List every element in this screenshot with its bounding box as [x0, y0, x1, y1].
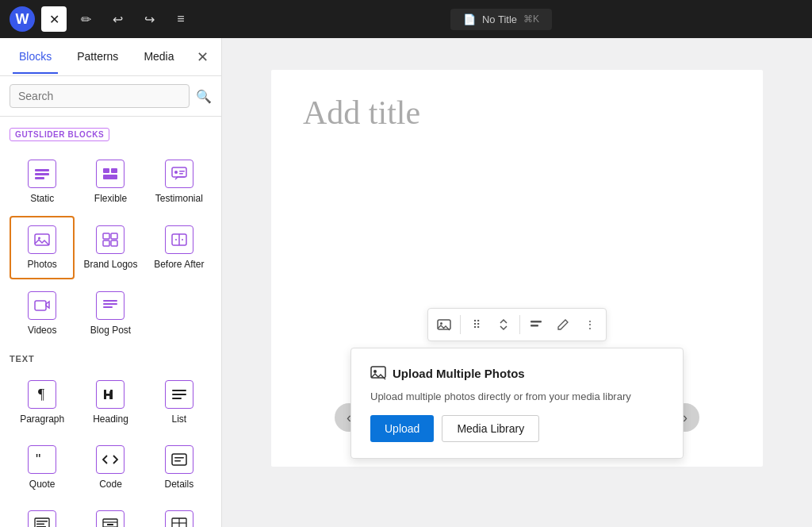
svg-rect-4: [111, 168, 117, 173]
block-item-quote[interactable]: " Quote: [10, 437, 75, 498]
move-up-down-button[interactable]: [491, 312, 516, 337]
svg-rect-20: [103, 303, 117, 305]
block-item-heading[interactable]: H Heading: [78, 371, 143, 433]
tab-blocks[interactable]: Blocks: [13, 40, 58, 74]
content-area: Add title ⠿: [222, 38, 812, 527]
block-label-blog-post: Blog Post: [90, 325, 131, 336]
svg-point-11: [38, 237, 40, 240]
svg-rect-38: [103, 519, 117, 527]
block-label-quote: Quote: [29, 479, 56, 490]
gutslider-label: GUTSLIDER BLOCKS: [10, 128, 109, 141]
svg-point-46: [440, 322, 442, 325]
photos-icon: [28, 225, 56, 254]
shortcut-hint: ⌘K: [523, 13, 539, 25]
toolbar-divider-1: [460, 315, 461, 334]
before-after-icon: [165, 225, 193, 254]
svg-rect-5: [103, 175, 117, 179]
svg-rect-15: [111, 240, 117, 246]
block-label-photos: Photos: [27, 259, 56, 270]
svg-rect-14: [103, 240, 109, 246]
block-item-flexible[interactable]: Flexible: [78, 151, 143, 213]
block-toolbar: ⠿ ⋮: [427, 308, 607, 341]
block-item-details[interactable]: Details: [147, 437, 212, 498]
block-item-paragraph[interactable]: ¶ Paragraph: [10, 371, 75, 433]
align-button[interactable]: [523, 312, 549, 337]
block-label-testimonial: Testimonial: [155, 193, 203, 204]
paragraph-icon: ¶: [28, 380, 56, 409]
block-item-list[interactable]: List: [147, 371, 212, 433]
no-title-button[interactable]: 📄 No Title ⌘K: [450, 9, 552, 30]
svg-point-50: [373, 370, 377, 373]
close-inserter-button[interactable]: ✕: [41, 6, 67, 32]
flexible-icon: [96, 160, 124, 188]
svg-point-7: [174, 171, 178, 174]
toolbar-divider-2: [519, 315, 520, 334]
table-icon: [165, 510, 193, 527]
brand-logos-icon: [96, 225, 124, 254]
videos-icon: [28, 291, 56, 320]
search-input[interactable]: [10, 84, 190, 108]
static-icon: [28, 160, 56, 188]
svg-rect-31: [172, 454, 186, 465]
add-title-placeholder[interactable]: Add title: [271, 70, 763, 148]
svg-rect-27: [172, 390, 186, 391]
svg-text:": ": [36, 452, 40, 467]
block-item-table[interactable]: Table: [147, 502, 212, 527]
svg-rect-19: [103, 300, 117, 302]
svg-rect-9: [179, 173, 183, 175]
block-item-preformatted[interactable]: Preformatted: [10, 502, 75, 527]
quote-icon: ": [28, 445, 56, 474]
block-label-heading: Heading: [93, 414, 128, 425]
block-label-paragraph: Paragraph: [20, 414, 64, 425]
edit-pen-button[interactable]: ✏: [73, 6, 98, 32]
block-item-code[interactable]: Code: [78, 437, 143, 498]
sidebar: Blocks Patterns Media ✕ 🔍 GUTSLIDER BLOC…: [0, 38, 222, 527]
more-options-button[interactable]: ⋮: [577, 312, 603, 337]
block-item-photos[interactable]: Photos: [10, 216, 75, 279]
block-item-blog-post[interactable]: Blog Post: [78, 283, 143, 344]
media-library-button[interactable]: Media Library: [442, 415, 539, 442]
upload-panel: Upload Multiple Photos Upload multiple p…: [350, 348, 684, 459]
svg-rect-12: [103, 233, 109, 239]
svg-rect-32: [174, 457, 184, 459]
block-label-static: Static: [30, 193, 54, 204]
svg-rect-3: [103, 168, 109, 173]
block-item-testimonial[interactable]: Testimonial: [147, 151, 212, 213]
svg-rect-48: [530, 325, 538, 327]
pullquote-icon: [96, 510, 124, 527]
block-label-brand-logos: Brand Logos: [83, 259, 137, 270]
list-icon: [165, 380, 193, 409]
block-label-code: Code: [99, 479, 122, 490]
block-item-static[interactable]: Static: [10, 151, 75, 213]
document-icon: 📄: [463, 13, 476, 25]
upload-panel-title: Upload Multiple Photos: [370, 364, 664, 383]
upload-button[interactable]: Upload: [370, 415, 434, 442]
drag-handle-button[interactable]: ⠿: [464, 312, 489, 337]
edit-button[interactable]: [550, 312, 576, 337]
svg-rect-26: [110, 390, 113, 399]
no-title-label: No Title: [482, 13, 517, 25]
upload-icon: [370, 364, 386, 383]
block-item-brand-logos[interactable]: Brand Logos: [78, 216, 143, 279]
block-label-details: Details: [164, 479, 193, 490]
list-view-button[interactable]: ≡: [168, 6, 193, 32]
sidebar-tabs: Blocks Patterns Media ✕: [0, 38, 221, 76]
block-label-list: List: [171, 414, 186, 425]
block-item-before-after[interactable]: Before After: [147, 216, 212, 279]
undo-button[interactable]: ↩: [105, 6, 130, 32]
block-type-button[interactable]: [431, 312, 457, 337]
wp-logo-icon[interactable]: W: [10, 6, 35, 32]
redo-button[interactable]: ↪: [136, 6, 162, 32]
block-item-pullquote[interactable]: Pullquote: [78, 502, 143, 527]
tab-patterns[interactable]: Patterns: [71, 40, 124, 74]
heading-icon: H: [96, 380, 124, 409]
search-icon: 🔍: [196, 89, 212, 104]
blog-post-icon: [96, 291, 124, 320]
svg-rect-29: [172, 398, 182, 399]
svg-rect-47: [530, 321, 542, 323]
sidebar-content: GUTSLIDER BLOCKS Static: [0, 117, 221, 527]
svg-rect-0: [35, 169, 49, 171]
block-item-videos[interactable]: Videos: [10, 283, 75, 344]
sidebar-close-button[interactable]: ✕: [197, 50, 209, 64]
tab-media[interactable]: Media: [137, 40, 180, 74]
